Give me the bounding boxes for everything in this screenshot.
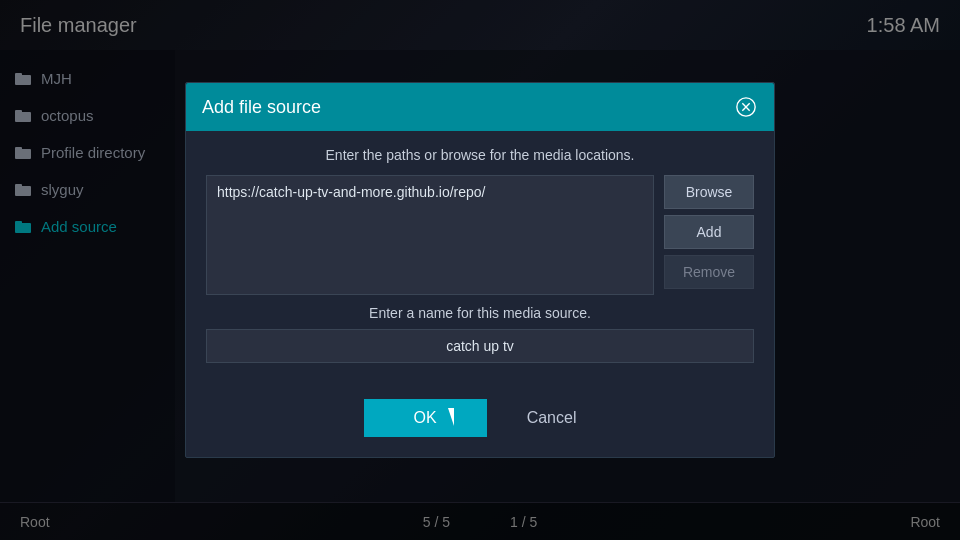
browse-button[interactable]: Browse	[664, 175, 754, 209]
name-input[interactable]	[206, 329, 754, 363]
url-section: Browse Add Remove	[206, 175, 754, 295]
url-input[interactable]	[206, 175, 654, 295]
cancel-button[interactable]: Cancel	[507, 399, 597, 437]
dialog-footer: OK Cancel	[186, 383, 774, 457]
add-file-source-dialog: Add file source Enter the paths or brows…	[185, 82, 775, 458]
dialog-body: Enter the paths or browse for the media …	[186, 131, 774, 383]
ok-button[interactable]: OK	[364, 399, 487, 437]
add-button[interactable]: Add	[664, 215, 754, 249]
name-instruction: Enter a name for this media source.	[206, 305, 754, 321]
dialog-header: Add file source	[186, 83, 774, 131]
url-input-container	[206, 175, 654, 295]
remove-button[interactable]: Remove	[664, 255, 754, 289]
dialog-title: Add file source	[202, 97, 321, 118]
close-icon[interactable]	[734, 95, 758, 119]
dialog-instruction: Enter the paths or browse for the media …	[206, 147, 754, 163]
url-buttons: Browse Add Remove	[664, 175, 754, 295]
